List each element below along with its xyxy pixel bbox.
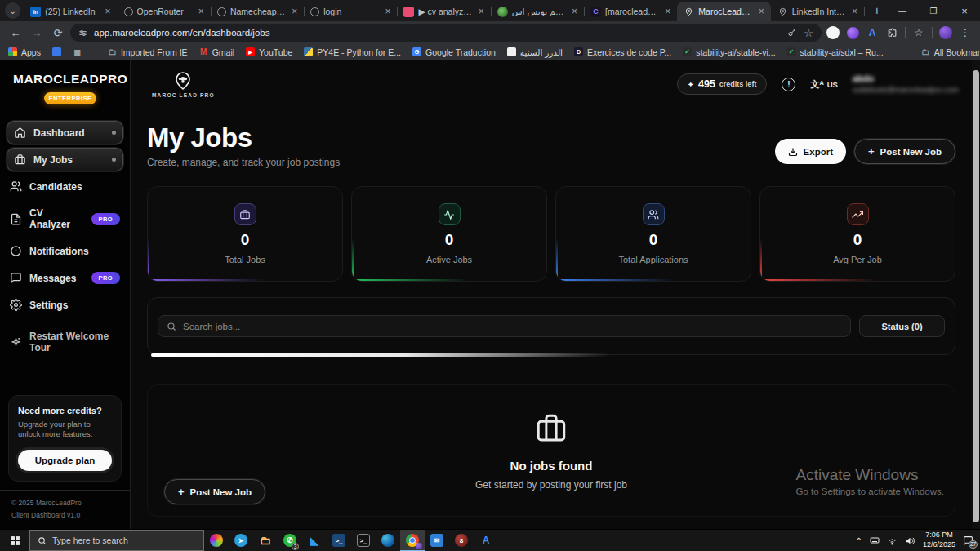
taskbar-app-whatsapp[interactable]: ✆ 3 [278, 530, 302, 551]
language-switcher[interactable]: 文ᴬ US [810, 78, 838, 91]
sidebar-item-notifications[interactable]: Notifications [7, 239, 123, 263]
tab-cv-analyzer[interactable]: ▶ cv analyzer v2 - n8 × [397, 2, 490, 21]
taskbar-search-field[interactable] [29, 530, 204, 551]
user-menu[interactable]: abdo oulddoute@marocleadpro.com [853, 73, 959, 95]
taskbar-search-input[interactable] [52, 535, 196, 545]
vertical-scrollbar[interactable] [972, 60, 980, 529]
maximize-button[interactable]: ❐ [918, 0, 949, 21]
tab-close-icon[interactable]: × [663, 6, 672, 17]
bookmark-gmail[interactable]: M Gmail [199, 47, 234, 57]
tab-close-icon[interactable]: × [570, 6, 579, 17]
tray-expand-chevron[interactable]: ⌃ [856, 536, 862, 545]
taskbar-app-telegram[interactable]: ➤ [229, 530, 253, 551]
close-button[interactable]: × [949, 0, 980, 21]
browser-menu-icon[interactable]: ⋮ [957, 24, 973, 41]
sidebar-item-my-jobs[interactable]: My Jobs [7, 148, 123, 171]
post-first-job-button[interactable]: + Post New Job [164, 479, 265, 504]
taskbar-app-paint[interactable] [204, 530, 229, 551]
input-indicator-icon[interactable] [870, 535, 880, 545]
post-new-job-button[interactable]: + Post New Job [854, 139, 956, 164]
tab-close-icon[interactable]: × [757, 6, 766, 17]
bookmark-imported-from-ie[interactable]: 🗀 Imported From IE [108, 47, 188, 57]
new-tab-button[interactable]: + [867, 1, 887, 20]
start-button[interactable] [0, 530, 29, 551]
upgrade-plan-button[interactable]: Upgrade plan [18, 450, 112, 471]
address-bar[interactable]: app.marocleadpro.com/en/dashboard/jobs ☆ [70, 24, 822, 42]
status-filter-button[interactable]: Status (0) [859, 315, 945, 337]
taskbar-clock[interactable]: 7:06 PM 12/6/2025 [923, 531, 956, 549]
tab-marocleadpro-active[interactable]: MarocLeadPro - Recr × [677, 2, 770, 21]
wifi-icon[interactable] [887, 535, 898, 546]
bookmark-exercices[interactable]: D Exercices de code P... [574, 47, 671, 57]
taskbar-app-a[interactable]: A [474, 530, 498, 551]
taskbar-app-cmd[interactable]: >_ [351, 530, 376, 551]
bookmark-apps[interactable]: Apps [8, 47, 41, 57]
job-search-field[interactable] [158, 315, 851, 337]
all-bookmarks-button[interactable]: 🗀 All Bookmarks [921, 47, 980, 57]
sidebar-item-dashboard[interactable]: Dashboard [7, 121, 123, 144]
volume-icon[interactable] [905, 535, 915, 546]
taskbar-app-explorer[interactable]: 🗀 [253, 530, 278, 551]
pin-logo-icon [173, 71, 193, 91]
tab-marocleadpro-app[interactable]: C [marocleadpro] app- × [584, 2, 677, 21]
sidebar-item-candidates[interactable]: Candidates [7, 175, 123, 198]
tab-quran[interactable]: سورة إبراهيم يونس اس × [491, 2, 584, 21]
tab-search-button[interactable]: ⌄ [5, 2, 20, 19]
sparkle-icon: ✦ [688, 80, 694, 89]
profile-avatar-icon[interactable] [825, 24, 841, 41]
bookmark-dorar[interactable]: الدرر السنية [507, 47, 563, 57]
bookmark-py4e[interactable]: PY4E - Python for E... [304, 47, 401, 57]
tab-close-icon[interactable]: × [290, 6, 299, 17]
credits-pill[interactable]: ✦ 495 credits left [677, 73, 768, 95]
extension-a-icon[interactable]: A [864, 24, 880, 41]
search-input[interactable] [183, 322, 842, 331]
bookmark-stability-sdxl[interactable]: ✓ stability-ai/sdxl – Ru... [787, 47, 884, 57]
star-extension-icon[interactable]: ☆ [911, 24, 927, 41]
tab-close-icon[interactable]: × [850, 6, 859, 17]
extension-purple-icon[interactable] [844, 24, 861, 41]
refresh-button[interactable]: ⟳ [49, 24, 67, 42]
sidebar-item-messages[interactable]: Messages PRO [7, 266, 123, 290]
browser-profile-icon[interactable] [938, 24, 954, 41]
taskbar-app-chrome[interactable] [400, 530, 425, 551]
extensions-puzzle-icon[interactable] [884, 24, 900, 41]
tab-close-icon[interactable]: × [383, 6, 392, 17]
bookmark-grid[interactable]: ▦ [73, 47, 82, 56]
tab-close-icon[interactable]: × [104, 6, 113, 17]
folder-icon: 🗀 [921, 47, 930, 56]
sidebar-item-cv-analyzer[interactable]: CV Analyzer PRO [7, 202, 123, 236]
back-button[interactable]: ← [7, 24, 24, 42]
horizontal-scroll-indicator[interactable] [151, 353, 611, 357]
app-logo[interactable]: MAROC LEAD PRO [152, 71, 215, 98]
sidebar-item-settings[interactable]: Settings [7, 293, 123, 317]
tab-close-icon[interactable]: × [477, 6, 486, 17]
action-center-button[interactable]: 27 [963, 535, 973, 546]
bookmark-star-icon[interactable]: ☆ [804, 27, 813, 39]
info-icon[interactable]: ! [782, 78, 795, 91]
bookmark-youtube[interactable]: ▶ YouTube [246, 47, 292, 57]
taskbar-app-red[interactable]: 8 [449, 530, 474, 551]
export-button[interactable]: Export [775, 139, 846, 164]
password-key-icon[interactable] [787, 28, 797, 38]
bookmark-google-traduction[interactable]: G Google Traduction [412, 47, 496, 57]
taskbar-app-mail[interactable]: ✉ [425, 530, 449, 551]
bookmark-stability-stable[interactable]: ✓ stability-ai/stable-vi... [683, 47, 775, 57]
bookmark-blue-favicon[interactable] [52, 47, 61, 56]
taskbar-app-vscode[interactable]: ◣ [302, 530, 327, 551]
tab-close-icon[interactable]: × [197, 6, 206, 17]
forward-button[interactable]: → [28, 24, 46, 42]
taskbar-app-edge[interactable] [376, 530, 400, 551]
tab-login[interactable]: login × [304, 2, 397, 21]
tab-openrouter[interactable]: OpenRouter × [118, 2, 211, 21]
site-settings-icon[interactable] [78, 29, 87, 38]
tab-namecheap[interactable]: Namecheap.com • Lo × [211, 2, 304, 21]
briefcase-icon [534, 411, 568, 449]
minimize-button[interactable]: — [887, 0, 918, 21]
taskbar-app-powershell[interactable]: >_ [327, 530, 351, 551]
scrollbar-thumb[interactable] [973, 70, 979, 522]
stat-card-avg-per-job: 0 Avg Per Job [760, 186, 956, 282]
tab-linkedin[interactable]: in (25) LinkedIn × [24, 2, 117, 21]
stat-card-total-applications: 0 Total Applications [555, 186, 751, 282]
sidebar-item-restart-tour[interactable]: Restart Welcome Tour [7, 325, 123, 359]
tab-linkedin-integration[interactable]: LinkedIn Integration × [771, 2, 864, 21]
